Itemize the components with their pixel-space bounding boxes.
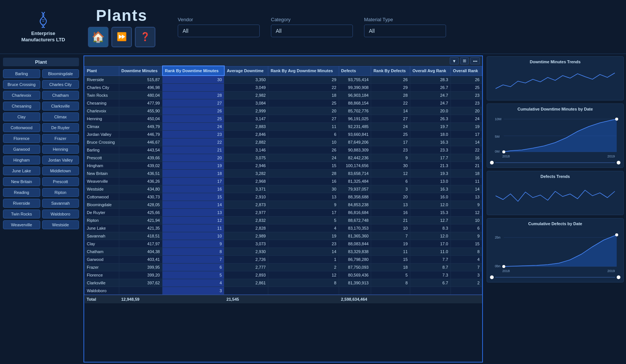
filter-tool-button[interactable]: ▼ (450, 57, 459, 64)
table-cell-17-2: 13 (162, 209, 224, 217)
table-cell-16-7: 12.0 (410, 201, 451, 209)
title-area: Plants 🏠 ⏩ ❓ (88, 7, 155, 47)
sidebar-item-ripton[interactable]: Ripton (42, 188, 79, 197)
table-cell-8-2: 22 (162, 138, 224, 146)
table-cell-26-7: 6.7 (410, 279, 451, 287)
table-cell-1-5: 99,390,908 (339, 84, 371, 92)
table-cell-20-2: 10 (162, 232, 224, 240)
home-button[interactable]: 🏠 (88, 27, 108, 47)
sidebar-item-june-lake[interactable]: June Lake (3, 166, 40, 175)
vendor-select[interactable]: All (178, 25, 260, 37)
table-cell-4-3: 2,999 (224, 107, 268, 115)
sidebar-item-clarksville[interactable]: Clarksville (42, 102, 79, 111)
table-cell-13-6: 6 (371, 178, 410, 185)
slider-dot-right (617, 161, 620, 165)
table-cell-5-0: Henning (85, 115, 119, 123)
sidebar-item-riverside[interactable]: Riverside (3, 199, 40, 208)
sidebar-item-climax[interactable]: Climax (42, 112, 79, 121)
table-cell-7-4: 6 (268, 131, 339, 138)
table-cell-27-1 (119, 287, 162, 295)
downtime-trend-title: Downtime Minutes Trends (490, 60, 620, 64)
table-cell-4-8: 20 (450, 107, 482, 115)
sidebar-item-frazer[interactable]: Frazer (42, 134, 79, 143)
category-select[interactable]: All (271, 25, 353, 37)
table-cell-16-0: Bloomingdale (85, 201, 119, 209)
grid-tool-button[interactable]: ⊞ (460, 57, 469, 64)
sidebar-item-bruce-crossing[interactable]: Bruce Crossing (3, 80, 40, 89)
table-cell-7-7: 18.0 (410, 131, 451, 138)
table-cell-22-5: 83,329,838 (339, 248, 371, 256)
sidebar-grid: BarlingBloomingdaleBruce CrossingCharles… (3, 69, 79, 229)
sidebar-item-de-ruyter[interactable]: De Ruyter (42, 123, 79, 132)
table-cell-15-4: 13 (268, 193, 339, 201)
sidebar-item-cottonwood[interactable]: Cottonwood (3, 123, 40, 132)
table-cell-12-2: 18 (162, 170, 224, 178)
table-cell-17-6: 16 (371, 209, 410, 217)
table-cell-26-2: 4 (162, 279, 224, 287)
table-cell-8-6: 17 (371, 138, 410, 146)
sidebar-item-weaverville[interactable]: Weaverville (3, 220, 40, 229)
sidebar-item-garwood[interactable]: Garwood (3, 145, 40, 154)
chart-dot-left (502, 150, 505, 153)
table-cell-22-0: Chatham (85, 248, 119, 256)
table-cell-6-2: 24 (162, 123, 224, 131)
col-header-8: Overall Rank (450, 66, 482, 76)
sidebar-item-twin-rocks[interactable]: Twin Rocks (3, 210, 40, 218)
sidebar-item-charles-city[interactable]: Charles City (42, 80, 79, 89)
y-label-0m: 0M (495, 150, 500, 153)
table-cell-1-7: 26.7 (410, 84, 451, 92)
table-row: Florence399,2052,8931280,569,43657.33 (85, 271, 482, 279)
table-cell-3-8: 23 (450, 99, 482, 107)
sidebar-item-florence[interactable]: Florence (3, 134, 40, 143)
table-cell-18-2: 12 (162, 217, 224, 224)
table-row: Bloomingdale428,05142,873984,853,2381312… (85, 201, 482, 209)
table-scroll[interactable]: PlantDowntime MinutesRank By Downtime Mi… (84, 66, 482, 362)
sidebar-item-chesaning[interactable]: Chesaning (3, 102, 40, 111)
col-header-2: Rank By Downtime Minutes (162, 66, 224, 76)
sidebar-item-new-britain[interactable]: New Britain (3, 177, 40, 186)
table-cell-4-5: 85,702,776 (339, 107, 371, 115)
table-cell-18-6: 21 (371, 217, 410, 224)
table-row: Ripton421,94122,832588,672,7482112.710 (85, 217, 482, 224)
sidebar-item-barling[interactable]: Barling (3, 69, 40, 78)
table-cell-11-5: 100,174,656 (339, 162, 371, 170)
table-cell-2-6: 28 (371, 92, 410, 99)
sidebar-item-clay[interactable]: Clay (3, 112, 40, 121)
table-cell-1-0: Charles City (85, 84, 119, 92)
table-cell-23-3: 2,726 (224, 256, 268, 264)
table-cell-16-1: 428,05 (119, 201, 162, 209)
downtime-slider[interactable] (490, 161, 620, 165)
table-row: Savannah418,51102,9891981,365,360712.09 (85, 232, 482, 240)
defects-slider[interactable] (490, 275, 620, 279)
fast-forward-button[interactable]: ⏩ (111, 27, 132, 47)
sidebar-item-hingham[interactable]: Hingham (3, 156, 40, 165)
sidebar-item-middletown[interactable]: Middletown (42, 166, 79, 175)
sidebar-item-westside[interactable]: Westside (42, 220, 79, 229)
table-cell-8-4: 10 (268, 138, 339, 146)
table-cell-7-0: Jordan Valley (85, 131, 119, 138)
table-cell-15-3: 2,910 (224, 193, 268, 201)
table-cell-11-6: 30 (371, 162, 410, 170)
material-select[interactable]: All (364, 25, 446, 37)
sidebar-item-chatham[interactable]: Chatham (42, 91, 79, 100)
sidebar-item-bloomingdale[interactable]: Bloomingdale (42, 69, 79, 78)
table-cell-16-8: 9 (450, 201, 482, 209)
sidebar-item-prescott[interactable]: Prescott (42, 177, 79, 186)
sidebar-item-jordan-valley[interactable]: Jordan Valley (42, 156, 79, 165)
table-cell-14-4: 30 (268, 185, 339, 193)
table-cell-6-7: 19.7 (410, 123, 451, 131)
sidebar-item-savannah[interactable]: Savannah (42, 199, 79, 208)
sidebar-item-henning[interactable]: Henning (42, 145, 79, 154)
table-cell-12-3: 3,282 (224, 170, 268, 178)
sidebar-item-reading[interactable]: Reading (3, 188, 40, 197)
footer-cell-3: 21,545 (224, 295, 268, 303)
sidebar-item-charlevoix[interactable]: Charlevoix (3, 91, 40, 100)
table-cell-23-8: 4 (450, 256, 482, 264)
table-cell-3-1: 477,99 (119, 99, 162, 107)
more-tool-button[interactable]: ••• (470, 57, 480, 64)
table-cell-0-3: 3,350 (224, 76, 268, 84)
table-cell-27-8 (450, 287, 482, 295)
sidebar-item-waldoboro[interactable]: Waldoboro (42, 210, 79, 218)
help-button[interactable]: ❓ (135, 27, 155, 47)
table-cell-3-2: 27 (162, 99, 224, 107)
